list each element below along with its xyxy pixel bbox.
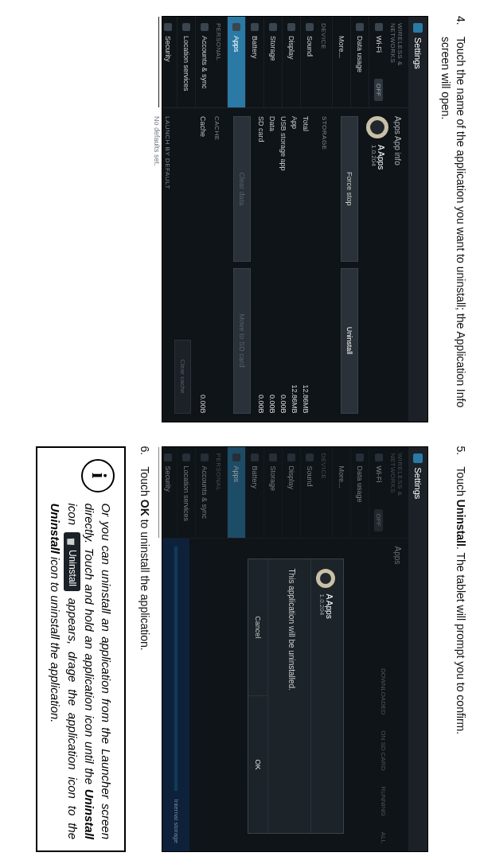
sidebar-item-wifi[interactable]: Wi-FiOFF — [369, 17, 388, 107]
step-5-number: 5. — [453, 446, 468, 459]
battery-icon — [251, 23, 259, 31]
dialog-title: A Apps 1.0.204 — [318, 594, 334, 619]
step-6-text: Touch OK to uninstall the application. — [137, 467, 152, 651]
sidebar-item-accounts[interactable]: Accounts & sync — [195, 447, 213, 538]
app-icon — [366, 116, 388, 138]
settings-title: Settings — [413, 37, 423, 69]
sync-icon — [201, 453, 209, 461]
settings-icon — [413, 453, 423, 463]
sidebar-item-security[interactable]: Security — [158, 447, 177, 538]
sidebar-category: DEVICE — [318, 17, 332, 107]
sidebar-item-storage[interactable]: Storage — [263, 447, 282, 538]
clear-data-button[interactable]: Clear data — [233, 116, 251, 262]
window-title-bar: Settings — [408, 447, 427, 852]
sidebar-item-storage[interactable]: Storage — [263, 17, 282, 107]
sidebar-item-location[interactable]: Location services — [177, 447, 195, 538]
info-icon: i — [81, 459, 115, 492]
location-icon — [182, 453, 190, 461]
tab-on-sd[interactable]: ON SD CARD — [380, 730, 387, 770]
uninstall-dialog: A Apps 1.0.204 This application will be … — [248, 559, 344, 835]
location-icon — [182, 23, 190, 31]
info-callout: i Or you can uninstall an application fr… — [36, 446, 126, 853]
step-6: 6. Touch OK to uninstall the application… — [137, 446, 152, 853]
sidebar-item-sound[interactable]: Sound — [300, 17, 318, 107]
display-icon — [287, 453, 295, 461]
sidebar-item-apps[interactable]: Apps — [227, 17, 245, 107]
dialog-cancel-button[interactable]: Cancel — [248, 559, 267, 697]
sidebar-item-data-usage[interactable]: Data usage — [350, 447, 369, 538]
data-icon — [356, 453, 364, 461]
step-4: 4. Touch the name of the application you… — [438, 16, 468, 422]
storage-icon — [269, 453, 277, 461]
lock-icon — [164, 23, 172, 31]
tab-running[interactable]: RUNNING — [380, 786, 387, 815]
move-sd-button[interactable]: Move to SD card — [233, 268, 251, 414]
sidebar-item-security[interactable]: Security — [158, 17, 177, 107]
display-icon — [287, 23, 295, 31]
sidebar-item-battery[interactable]: Battery — [245, 447, 263, 538]
dialog-ok-button[interactable]: OK — [248, 696, 267, 833]
apps-tabs: DOWNLOADED ON SD CARD RUNNING ALL — [375, 547, 388, 844]
clear-cache-button[interactable]: Clear cache — [174, 340, 191, 414]
callout-text: Or you can uninstall an application from… — [47, 504, 115, 840]
trash-icon — [67, 537, 76, 547]
sidebar-item-apps[interactable]: Apps — [227, 447, 245, 538]
apps-icon — [232, 23, 240, 31]
wifi-icon — [375, 453, 383, 461]
sidebar-category: PERSONAL — [213, 17, 227, 107]
step-4-number: 4. — [438, 16, 468, 29]
step-6-number: 6. — [137, 446, 152, 459]
section-cache: CACHE — [213, 116, 220, 414]
sidebar-item-wifi[interactable]: Wi-FiOFF — [369, 447, 388, 538]
screenshot-app-info: Settings WIRELESS & NETWORKS Wi-FiOFF Da… — [162, 16, 428, 422]
settings-sidebar: WIRELESS & NETWORKS Wi-FiOFF Data usage … — [162, 447, 408, 539]
storage-footer: Internal storage — [162, 539, 189, 852]
tab-all[interactable]: ALL — [380, 832, 387, 843]
wifi-icon — [375, 23, 383, 31]
settings-sidebar: WIRELESS & NETWORKS Wi-FiOFF Data usage … — [162, 17, 408, 108]
uninstall-button[interactable]: Uninstall — [341, 268, 358, 414]
step-5-text: Touch Uninstall. The tablet will prompt … — [453, 467, 468, 735]
sidebar-item-display[interactable]: Display — [282, 17, 300, 107]
sidebar-category: WIRELESS & NETWORKS — [388, 17, 408, 107]
section-launch: LAUNCH BY DEFAULT — [164, 116, 171, 414]
apps-icon — [232, 453, 240, 461]
tab-downloaded[interactable]: DOWNLOADED — [380, 668, 387, 714]
sync-icon — [201, 23, 209, 31]
sidebar-item-more[interactable]: More... — [332, 17, 350, 107]
window-title-bar: Settings — [408, 17, 427, 422]
sound-icon — [306, 23, 314, 31]
sidebar-item-display[interactable]: Display — [282, 447, 300, 538]
sidebar-item-data-usage[interactable]: Data usage — [350, 17, 369, 107]
sidebar-item-battery[interactable]: Battery — [245, 17, 263, 107]
uninstall-chip: Uninstall — [64, 532, 80, 591]
wifi-toggle[interactable]: OFF — [374, 79, 383, 101]
storage-icon — [269, 23, 277, 31]
sound-icon — [306, 453, 314, 461]
battery-icon — [251, 453, 259, 461]
dialog-message: This application will be uninstalled. — [268, 559, 310, 834]
sidebar-item-sound[interactable]: Sound — [300, 447, 318, 538]
settings-title: Settings — [413, 468, 423, 500]
section-storage: STORAGE — [321, 116, 328, 414]
app-name: A Apps 1.0.204 — [369, 145, 385, 169]
breadcrumb: Apps App info — [388, 116, 404, 414]
lock-icon — [164, 453, 172, 461]
sidebar-item-location[interactable]: Location services — [177, 17, 195, 107]
data-icon — [356, 23, 364, 31]
force-stop-button[interactable]: Force stop — [341, 116, 358, 262]
step-4-text: Touch the name of the application you wa… — [438, 37, 468, 422]
step-5: 5. Touch Uninstall. The tablet will prom… — [453, 446, 468, 853]
settings-icon — [413, 23, 423, 33]
screenshot-confirm-uninstall: Settings WIRELESS & NETWORKS Wi-FiOFF Da… — [162, 446, 428, 853]
app-icon — [316, 569, 335, 588]
sidebar-item-accounts[interactable]: Accounts & sync — [195, 17, 213, 107]
breadcrumb: Apps — [388, 547, 404, 844]
sidebar-item-more[interactable]: More... — [332, 447, 350, 538]
